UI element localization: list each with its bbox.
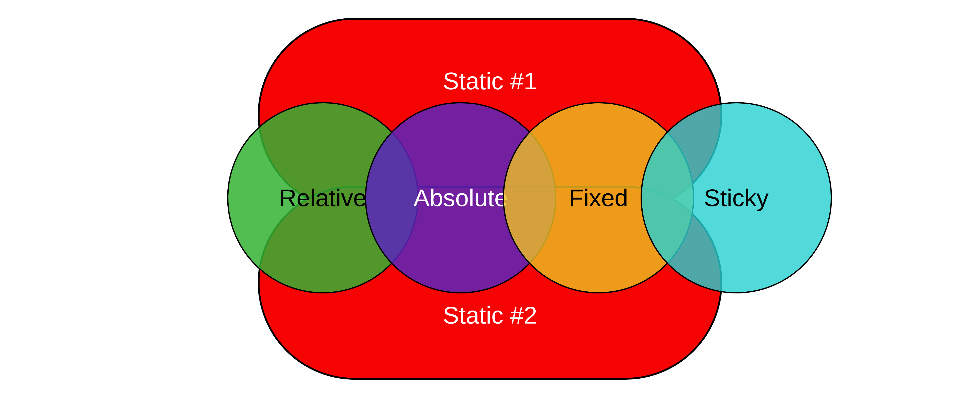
static-label-1: Static #1 [258,69,722,93]
circle-sticky: Sticky [641,102,832,293]
circle-relative-label: Relative [279,184,366,212]
diagram-stage: Relative Absolute Fixed Sticky Static #1… [258,18,722,380]
circle-absolute-label: Absolute [414,184,508,212]
circle-fixed-label: Fixed [569,184,628,212]
static-label-2: Static #2 [258,303,722,328]
circle-sticky-label: Sticky [704,184,768,212]
